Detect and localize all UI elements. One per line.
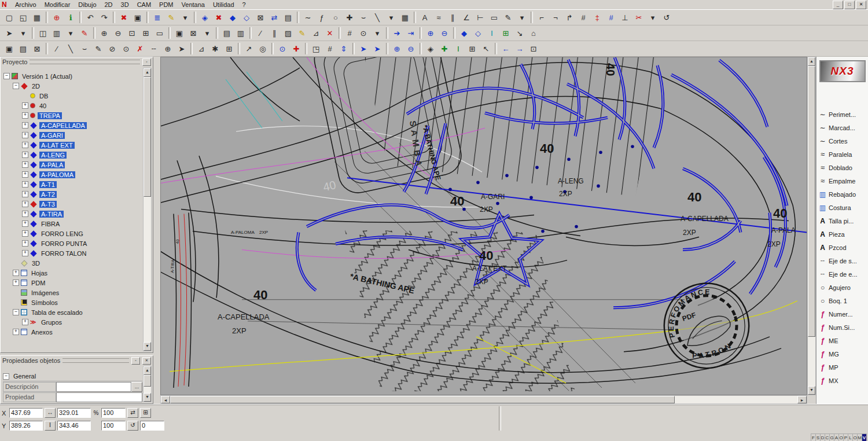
paste-button[interactable]: ▣: [2, 42, 16, 55]
publish-button[interactable]: ⊕: [50, 11, 64, 24]
wave-button[interactable]: ≈: [432, 11, 446, 24]
notch-button[interactable]: ‡: [590, 11, 604, 24]
tree-expander[interactable]: +: [13, 270, 19, 276]
select-options-button[interactable]: ▾: [16, 27, 30, 39]
tool-empalme[interactable]: ≈Empalme: [816, 174, 868, 188]
tree-item-forro-talon[interactable]: +FORRO TALON: [2, 248, 142, 258]
vertical-splitter[interactable]: [153, 57, 160, 404]
mode-letter-f-0[interactable]: F: [811, 433, 816, 441]
grid-button[interactable]: ▦: [398, 11, 412, 24]
tree-item-forro-punta[interactable]: +FORRO PUNTA: [2, 238, 142, 248]
clipboard-sheet-button[interactable]: ▤: [16, 42, 30, 55]
mode-letter-m-10[interactable]: M: [858, 433, 862, 441]
insert-node-button[interactable]: ⊕: [161, 42, 175, 55]
hatch-fill-button[interactable]: ▨: [281, 27, 295, 39]
tree-expander[interactable]: +: [22, 161, 28, 168]
tree-item-a-paloma[interactable]: +A-PALOMA: [2, 170, 142, 179]
tree-item-im-genes[interactable]: Imágenes: [2, 288, 142, 297]
piece-outline-button[interactable]: ◇: [240, 11, 253, 24]
mode-letter-o-6[interactable]: O: [839, 433, 844, 441]
tree-expander[interactable]: +: [22, 132, 28, 138]
zoom-plus-button[interactable]: ⊕: [390, 42, 404, 55]
measure-triangle-button[interactable]: ⊿: [194, 42, 208, 55]
scroll-up-button[interactable]: [144, 366, 151, 375]
y-coordinate-field[interactable]: 389.26: [9, 421, 43, 431]
save-button[interactable]: ▦: [30, 11, 44, 24]
spline-button[interactable]: ƒ: [315, 11, 329, 24]
drawing-canvas[interactable]: 4040404040404040A-GARI2XPA-LENG2XPA-CAPE…: [160, 57, 807, 395]
point-button[interactable]: ✚: [343, 11, 356, 24]
zoom-window-button[interactable]: ⊡: [125, 27, 139, 39]
tree-item-a-capellada[interactable]: +A-CAPELLADA: [2, 120, 142, 130]
clipboard-options-button[interactable]: ▾: [200, 27, 214, 39]
scroll-up-button[interactable]: [808, 57, 815, 66]
vector-button[interactable]: ↗: [242, 42, 256, 55]
line-button[interactable]: ╲: [370, 11, 384, 24]
window-tool-button[interactable]: ◫: [36, 27, 50, 39]
x-extent-field[interactable]: 329.01: [57, 408, 91, 418]
sketch-button[interactable]: ✎: [501, 11, 515, 24]
tree-item-anexos[interactable]: +Anexos: [2, 327, 142, 337]
scroll-down-button[interactable]: [144, 342, 151, 351]
parallel-hatch-button[interactable]: ∥: [267, 27, 281, 39]
tree-expander[interactable]: +: [22, 240, 28, 247]
beam-green-button[interactable]: Ⅰ: [451, 42, 465, 55]
scroll-up-button[interactable]: [144, 68, 151, 77]
menu-dibujo[interactable]: Dibujo: [74, 1, 100, 9]
menu-[interactable]: ?: [238, 1, 250, 9]
info-button[interactable]: ℹ: [64, 11, 78, 24]
corner-button[interactable]: ⌐: [535, 11, 549, 24]
tree-item-2d[interactable]: −2D: [2, 81, 142, 91]
menu-ventana[interactable]: Ventana: [178, 1, 209, 9]
corner-alt-button[interactable]: ¬: [549, 11, 562, 24]
propiedad-input[interactable]: [56, 392, 142, 402]
arc-button[interactable]: ⌣: [356, 11, 370, 24]
tree-expander[interactable]: +: [13, 280, 19, 286]
dimension-button[interactable]: ⊢: [473, 11, 487, 24]
tree-item-a-t1[interactable]: +A-T1: [2, 179, 142, 189]
piece-swap-button[interactable]: ⇄: [267, 11, 281, 24]
sheet-grid-button[interactable]: ▥: [234, 27, 248, 39]
delete-node-button[interactable]: ✗: [133, 42, 147, 55]
scroll-track[interactable]: [675, 396, 797, 403]
tool-eje-de-s[interactable]: ╌Eje de s...: [816, 254, 868, 267]
parallel-button[interactable]: ∥: [446, 11, 459, 24]
angle-field[interactable]: 0: [140, 421, 164, 431]
pan-left-button[interactable]: ←: [499, 42, 513, 55]
clear-button[interactable]: ⊠: [30, 42, 44, 55]
new-button[interactable]: ▢: [2, 11, 16, 24]
tree-item-a-t3[interactable]: +A-T3: [2, 199, 142, 209]
mode-letter-v-11[interactable]: V: [862, 433, 867, 441]
tree-expander[interactable]: +: [22, 122, 28, 128]
layer-grid-button[interactable]: ▥: [50, 27, 64, 39]
tree-expander[interactable]: +: [22, 152, 28, 158]
crosshair-button[interactable]: ✚: [437, 42, 451, 55]
to-end-button[interactable]: ⇥: [404, 27, 418, 39]
tree-item-a-lat-ext[interactable]: +A-LAT EXT: [2, 140, 142, 150]
scroll-thumb[interactable]: [808, 66, 815, 337]
arc-segment-button[interactable]: ⌣: [78, 42, 91, 55]
remove-entity-button[interactable]: ⊖: [437, 27, 451, 39]
trim-button[interactable]: ✂: [632, 11, 646, 24]
center-point-button[interactable]: ⊙: [356, 27, 370, 39]
diameter-button[interactable]: ⊘: [105, 42, 119, 55]
tree-item-trepa[interactable]: +TREPA: [2, 111, 142, 120]
draw-pen-button[interactable]: ✎: [295, 27, 309, 39]
scroll-thumb[interactable]: [144, 77, 151, 197]
tool-me[interactable]: ƒME: [816, 334, 868, 347]
edit-pen-button[interactable]: ✎: [164, 11, 178, 24]
mesh-2-button[interactable]: #: [323, 42, 337, 55]
tree-item-40[interactable]: +40: [2, 101, 142, 111]
properties-scrollbar[interactable]: [143, 366, 152, 402]
grid-add-button[interactable]: ⊞: [499, 27, 513, 39]
tree-item-versi-n-1-actual[interactable]: −Versión 1 (Actual): [2, 71, 142, 81]
piece-close-button[interactable]: ⊠: [253, 11, 267, 24]
advance-button[interactable]: ➤: [175, 42, 189, 55]
center-options-button[interactable]: ▾: [370, 27, 384, 39]
zoom-minus-button[interactable]: ⊖: [404, 42, 418, 55]
minimize-button[interactable]: _: [833, 1, 843, 9]
tree-expander[interactable]: +: [22, 201, 28, 207]
menu-3d[interactable]: 3D: [117, 1, 133, 9]
menu-2d[interactable]: 2D: [101, 1, 117, 9]
tool-num-si[interactable]: ƒNum.Si...: [816, 321, 868, 334]
